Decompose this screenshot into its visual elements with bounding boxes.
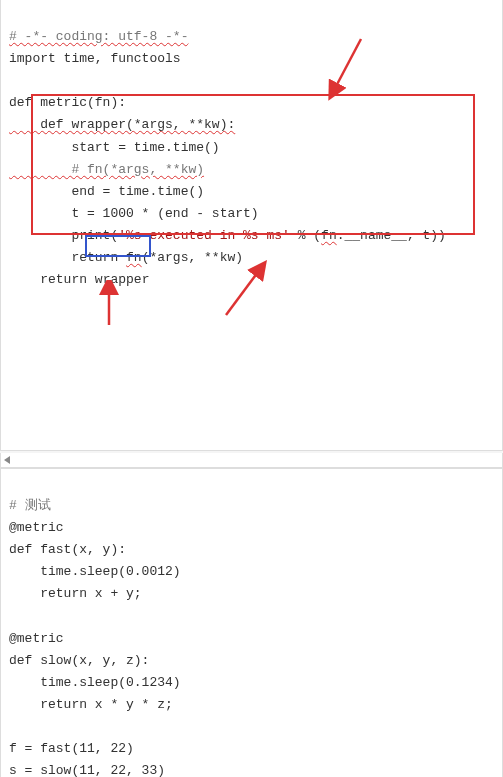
- code-line: # 测试: [9, 498, 51, 513]
- code-line: @metric: [9, 631, 64, 646]
- code-line: @metric: [9, 520, 64, 535]
- code-line: # -*- coding: utf-8 -*-: [9, 29, 188, 44]
- code-line: start = time.time(): [9, 140, 220, 155]
- code-line: def wrapper(*args, **kw):: [9, 117, 235, 132]
- code-line: import time, functools: [9, 51, 181, 66]
- code-line: return x * y * z;: [9, 697, 173, 712]
- code-line: def slow(x, y, z):: [9, 653, 149, 668]
- code-line: s = slow(11, 22, 33): [9, 763, 165, 777]
- code-block-2: # 测试 @metric def fast(x, y): time.sleep(…: [0, 468, 503, 777]
- arrow-annotation-icon: [321, 12, 371, 126]
- code-line: t = 1000 * (end - start): [9, 206, 259, 221]
- code-line: f = fast(11, 22): [9, 741, 134, 756]
- code-line: time.sleep(0.0012): [9, 564, 181, 579]
- code-line: print('%s executed in %s ms' % (fn.__nam…: [9, 228, 446, 243]
- code-line: def fast(x, y):: [9, 542, 126, 557]
- code-line: def metric(fn):: [9, 95, 126, 110]
- code-line: return x + y;: [9, 586, 142, 601]
- code-line: # fn(*args, **kw): [9, 162, 204, 177]
- panel-separator: [0, 453, 503, 468]
- code-line: return wrapper: [9, 272, 149, 287]
- code-line: time.sleep(0.1234): [9, 675, 181, 690]
- code-block-1: # -*- coding: utf-8 -*- import time, fun…: [0, 0, 503, 451]
- code-line: end = time.time(): [9, 184, 204, 199]
- code-line: return fn(*args, **kw): [9, 250, 243, 265]
